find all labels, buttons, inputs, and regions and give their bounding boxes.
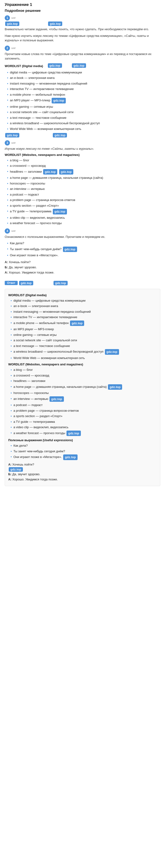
watermark-ans-6: gdz.top — [49, 396, 64, 402]
step-2-intro: Нам нужно изучить новую лексику по темам… — [5, 34, 160, 43]
answer-dialogue-line-2: Б: Да, звучит здорово. — [8, 472, 157, 477]
list-item: instant messaging — мгновенная передача … — [7, 81, 160, 87]
dialogue-line-2: Б: Да, звучит здорово. — [5, 265, 160, 270]
list-item: a problem page — страница вопросов-ответ… — [11, 408, 157, 413]
list-item: interactive TV — интерактивное телевиден… — [7, 86, 160, 92]
list-item: a home page — домашняя страница, начальн… — [7, 175, 160, 181]
list-item: online gaming — сетевые игры — [11, 332, 157, 338]
list-item: a weather forecast — прогноз погоды — [7, 220, 160, 226]
answer-section: WORDLIST (Digital media) digital media —… — [5, 289, 160, 486]
watermark-ans-3: gdz.top — [70, 320, 84, 326]
dialogue-line-3: А: Хорошо. Увидимся тогда позже. — [5, 270, 160, 275]
answer-digital-list: digital media — цифровые средства коммун… — [8, 298, 157, 361]
list-item: Как дела? — [7, 241, 160, 246]
list-item: a video clip — видеоклип, видеозапись — [7, 215, 160, 221]
list-item: World Wide Web — всемирная компьютерная … — [11, 355, 157, 361]
list-item: a text message — текстовое сообщение — [11, 343, 157, 349]
list-item: a crossword — кроссворд — [7, 163, 160, 168]
list-item: an e-book — электронная книга — [7, 75, 160, 81]
exercise-title: Упражнение 1 — [5, 2, 160, 7]
watermark-ans-9: gdz.top — [9, 467, 23, 472]
wordlist-digital-list: digital media — цифровые средства коммун… — [5, 70, 160, 132]
step-1-row: 1 шаг — [5, 16, 160, 21]
watermark-2a: gdz.top — [48, 63, 62, 68]
answer-useful-title: Полезные выражения (Useful expressions) — [8, 438, 157, 442]
list-item: an MP3 player — МР3-плеер — [11, 327, 157, 332]
watermark-ans-5: gdz.top — [108, 384, 122, 390]
list-item: horoscopes — гороскопы — [7, 181, 160, 186]
list-item: an MP3 player — МР3-плеер gdz.top — [7, 97, 160, 104]
list-item: a mobile phone — мобильный телефон gdz.t… — [11, 320, 157, 327]
wordlist-digital-title: WORDLIST (Digital media) — [5, 64, 43, 68]
list-item: Как дела? — [11, 443, 157, 448]
answer-digital-title: WORDLIST (Digital media) — [8, 293, 157, 297]
wordlist-websites-title: WORDLIST (Websites, newspapers and magaz… — [5, 153, 160, 157]
answer-label: Ответ — [5, 281, 18, 285]
list-item: a podcast — подкаст — [7, 192, 160, 197]
watermark-3b: gdz.top — [5, 133, 19, 137]
list-item: online gaming — сетевые игры — [7, 104, 160, 110]
dialogue-block: А: Хочешь пойти? Б: Да, звучит здорово. … — [5, 259, 160, 275]
watermark-ans-7: gdz.top — [67, 431, 81, 436]
step-2-label: шаг — [11, 46, 16, 49]
wordlist-websites-list: a blog — блог a crossword — кроссворд he… — [5, 158, 160, 226]
list-item: a wireless broadband — широкополосный бе… — [11, 349, 157, 355]
page-container: Упражнение 1 Подробное решение 1 шаг gdz… — [0, 0, 165, 489]
list-item: a crossword — кроссворд — [11, 373, 157, 378]
watermark-1b: gdz.top — [48, 22, 62, 26]
list-item: a wireless broadband — широкополосный бе… — [7, 120, 160, 126]
step-1-text: Внимательно читаем задание, чтобы понять… — [5, 27, 160, 32]
answer-dialogue-line-3: А: Хорошо. Увидимся тогда позже. — [8, 477, 157, 482]
answer-dialogue: А: Хочешь пойти? gdz.top Б: Да, звучит з… — [8, 462, 157, 482]
list-item: Они играют позже в «Мегасторе». gdz.top — [11, 454, 157, 461]
watermark-3a: gdz.top — [52, 98, 66, 103]
list-item: Ты занят чем-нибудь сегодня днём? gdz.to… — [7, 246, 160, 253]
list-item: an e-book — электронная книга — [11, 303, 157, 309]
list-item: a TV guide — телепрограмма gdz.top — [7, 208, 160, 215]
watermark-4a: gdz.top — [43, 169, 57, 175]
list-item: horoscopes — гороскопы — [11, 390, 157, 396]
list-item: a video clip — видеоклип, видеозапись — [11, 425, 157, 430]
watermark-2b: gdz.top — [72, 63, 86, 68]
list-item: headlines — заголовки — [11, 378, 157, 384]
step-4-indicator: 4 — [5, 228, 10, 234]
step-4-row: 4 шаг — [5, 228, 160, 234]
step-4-label: шаг — [11, 229, 16, 232]
watermark-ans-4: gdz.top — [105, 349, 119, 355]
step-1-indicator: 1 — [5, 16, 10, 21]
wordlist-digital-header: WORDLIST (Digital media) gdz.top gdz.top — [5, 62, 160, 69]
step-2-text: Прочитаем новые слова по теме «Цифровые … — [5, 52, 160, 61]
list-item: World Wide Web — всемирная компьютерная … — [7, 126, 160, 132]
list-item: a blog — блог — [11, 367, 157, 373]
step-3-indicator: 3 — [5, 140, 10, 146]
list-item: Они играют позже в «Мегасторе». — [7, 252, 160, 258]
list-item: a mobile phone — мобильный телефон — [7, 92, 160, 97]
list-item: a problem page — страница вопросов-ответ… — [7, 197, 160, 203]
solution-title: Подробное решение — [5, 8, 160, 12]
step-2-indicator: 2 — [5, 45, 10, 51]
list-item: a sports section — раздел «Спорт» — [11, 413, 157, 419]
answer-useful-list: Как дела? Ты занят чем-нибудь сегодня дн… — [8, 443, 157, 461]
watermark-3c: gdz.top — [53, 133, 67, 137]
step-3-row: 3 шаг — [5, 140, 160, 146]
list-item: interactive TV — интерактивное телевиден… — [11, 314, 157, 320]
list-item: an interview — интервью — [7, 186, 160, 192]
step-4-text: Ознакомимся с полезными выражениями. Про… — [5, 235, 160, 239]
watermark-ans-2: gdz.top — [53, 281, 68, 285]
dialogue-line-1: А: Хочешь пойти? — [5, 259, 160, 265]
list-item: digital media — цифровые средства коммун… — [11, 298, 157, 304]
list-item: a social network site — сайт социальной … — [7, 110, 160, 115]
list-item: a blog — блог — [7, 158, 160, 163]
watermark-ans-1: gdz.top — [19, 281, 33, 285]
list-item: instant messaging — мгновенная передача … — [11, 309, 157, 315]
step-3-text: Изучим новую лексику по теме «Сайты, газ… — [5, 147, 160, 151]
step-2-row: 2 шаг — [5, 45, 160, 51]
list-item: a TV guide — телепрограмма — [11, 419, 157, 425]
watermark-4b: gdz.top — [59, 169, 73, 175]
answer-label-row: Ответ gdz.top gdz.top — [5, 278, 160, 286]
answer-websites-title: WORDLIST (Websites, newspapers and magaz… — [8, 363, 157, 366]
list-item: Ты занят чем-нибудь сегодня днём? — [11, 448, 157, 454]
step-1-watermarks: gdz.top gdz.top — [5, 22, 160, 26]
watermark-1a: gdz.top — [5, 22, 19, 26]
list-item: digital media — цифровые средства коммун… — [7, 70, 160, 75]
